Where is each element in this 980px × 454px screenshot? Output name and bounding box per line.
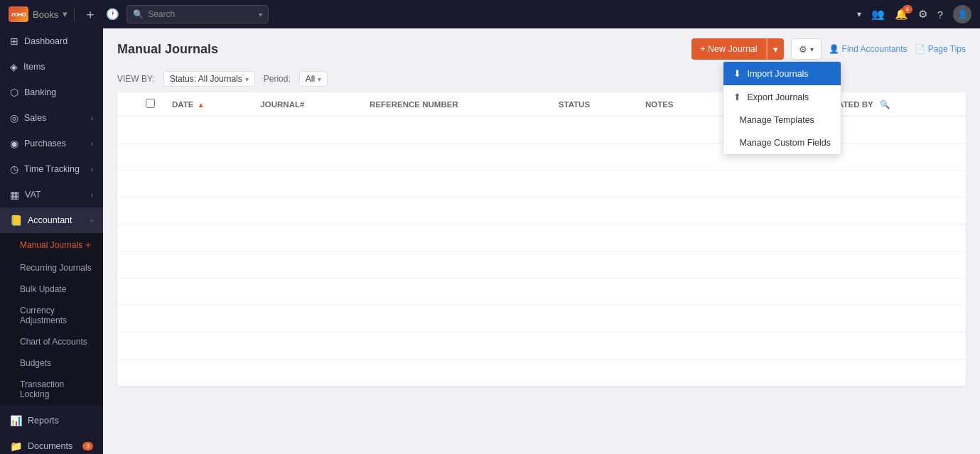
find-accountants-icon: 👤: [829, 44, 839, 54]
manage-custom-fields-label: Manage Custom Fields: [739, 138, 831, 148]
search-icon: 🔍: [133, 9, 144, 19]
new-journal-btn-group: + New Journal ▾: [691, 38, 783, 60]
sidebar-item-time-tracking-label: Time Tracking: [24, 164, 85, 174]
sidebar-sub-item-budgets[interactable]: Budgets: [0, 352, 103, 374]
sidebar-item-sales[interactable]: ◎ Sales ›: [0, 105, 103, 131]
search-box[interactable]: 🔍 ▾: [126, 5, 269, 23]
sidebar-item-vat[interactable]: ▦ VAT ›: [0, 182, 103, 207]
journal-settings-button[interactable]: ⚙ ▾: [791, 38, 822, 60]
app-dropdown-icon[interactable]: ▾: [63, 9, 67, 19]
new-journal-label: + New Journal: [700, 44, 757, 54]
table-row: [117, 252, 966, 279]
avatar[interactable]: 👤: [953, 5, 971, 23]
dropdown-manage-templates[interactable]: Manage Templates: [723, 109, 841, 131]
accountant-arrow-icon: ›: [88, 219, 96, 221]
col-date[interactable]: DATE ▲: [163, 92, 252, 117]
page-title: Manual Journals: [117, 42, 218, 57]
dropdown-export-journals[interactable]: ⬆ Export Journals: [723, 85, 841, 109]
new-journal-button[interactable]: + New Journal: [691, 38, 766, 60]
sidebar-item-reports[interactable]: 📊 Reports: [0, 408, 103, 433]
sidebar-sub-item-recurring-journals[interactable]: Recurring Journals: [0, 257, 103, 279]
notifications-button[interactable]: 🔔 4: [895, 8, 908, 21]
new-journal-main[interactable]: + New Journal: [691, 38, 766, 60]
sidebar-item-purchases[interactable]: ◉ Purchases ›: [0, 131, 103, 156]
app-name: Books: [33, 9, 58, 20]
table-row: [117, 171, 966, 198]
search-dropdown-icon[interactable]: ▾: [259, 11, 262, 18]
history-button[interactable]: 🕐: [106, 8, 119, 21]
import-journals-label: Import Journals: [747, 69, 808, 79]
banking-icon: ⬡: [10, 87, 18, 98]
chart-of-accounts-label: Chart of Accounts: [20, 337, 87, 347]
sidebar-item-banking[interactable]: ⬡ Banking: [0, 80, 103, 105]
col-journal: JOURNAL#: [252, 92, 361, 117]
status-filter-arrow: ▾: [245, 75, 249, 83]
vat-icon: ▦: [10, 189, 19, 200]
sidebar-item-items[interactable]: ◈ Items: [0, 54, 103, 80]
sidebar-item-accountant-label: Accountant: [28, 215, 85, 225]
dropdown-import-journals[interactable]: ⬇ Import Journals: [723, 62, 841, 85]
sidebar-item-accountant[interactable]: 📒 Accountant ›: [0, 207, 103, 233]
search-created-by-icon[interactable]: 🔍: [880, 100, 890, 109]
app-logo[interactable]: ZOHO Books ▾: [9, 6, 67, 22]
page-tips-label: Page Tips: [928, 44, 966, 54]
status-filter-label: Status: All Journals: [170, 74, 242, 84]
period-filter[interactable]: All ▾: [299, 71, 328, 87]
table-wrap: DATE ▲ JOURNAL# REFERENCE NUMBER STATUS …: [103, 92, 980, 454]
sidebar-sub-item-currency-adjustments[interactable]: Currency Adjustments: [0, 300, 103, 331]
find-accountants-button[interactable]: 👤 Find Accountants: [829, 44, 908, 54]
select-all-checkbox[interactable]: [146, 99, 155, 108]
sidebar-item-documents[interactable]: 📁 Documents 3: [0, 433, 103, 454]
users-button[interactable]: 👥: [871, 8, 885, 21]
sidebar-sub-item-transaction-locking[interactable]: Transaction Locking: [0, 374, 103, 405]
export-journals-label: Export Journals: [747, 92, 809, 102]
sidebar-sub-item-manual-journals[interactable]: Manual Journals ＋: [0, 233, 103, 257]
documents-icon: 📁: [10, 441, 22, 452]
table-row: [117, 279, 966, 306]
reports-icon: 📊: [10, 415, 22, 426]
sidebar-sub-item-chart-of-accounts[interactable]: Chart of Accounts: [0, 331, 103, 352]
notification-badge: 4: [903, 5, 912, 13]
search-input[interactable]: [148, 9, 254, 19]
status-filter[interactable]: Status: All Journals ▾: [163, 71, 255, 87]
period-filter-arrow: ▾: [318, 75, 321, 83]
settings-arrow: ▾: [810, 45, 814, 53]
find-accountants-label: Find Accountants: [842, 44, 908, 54]
sidebar-sub-item-bulk-update[interactable]: Bulk Update: [0, 279, 103, 300]
sort-icon: ▲: [198, 101, 205, 109]
manual-journals-label: Manual Journals: [20, 240, 82, 250]
col-checkbox[interactable]: [137, 92, 163, 117]
topbar: ZOHO Books ▾ ＋ 🕐 🔍 ▾ ▾ 👥 🔔 4 ⚙ ? 👤: [0, 0, 980, 28]
add-manual-journal-icon[interactable]: ＋: [83, 239, 93, 252]
help-button[interactable]: ?: [937, 9, 943, 21]
add-button[interactable]: ＋: [82, 6, 99, 23]
new-journal-dropdown-button[interactable]: ▾: [767, 38, 784, 60]
dropdown-manage-custom-fields[interactable]: Manage Custom Fields: [723, 131, 841, 154]
period-filter-value: All: [306, 74, 315, 84]
documents-badge: 3: [82, 442, 93, 450]
sidebar-item-dashboard[interactable]: ⊞ Dashboard: [0, 28, 103, 54]
page-tips-button[interactable]: 📄 Page Tips: [915, 44, 966, 54]
dashboard-icon: ⊞: [10, 36, 18, 47]
table-row: [117, 360, 966, 387]
sidebar: ⊞ Dashboard ◈ Items ⬡ Banking ◎ Sales › …: [0, 28, 103, 454]
sidebar-item-dashboard-label: Dashboard: [24, 36, 93, 46]
vat-arrow-icon: ›: [91, 191, 93, 199]
table-row: [117, 198, 966, 225]
settings-button[interactable]: ⚙: [918, 8, 927, 21]
new-journal-arrow[interactable]: ▾: [768, 38, 784, 60]
sidebar-item-sales-label: Sales: [24, 113, 85, 123]
accountant-icon: 📒: [10, 215, 22, 226]
journal-dropdown-menu: ⬇ Import Journals ⬆ Export Journals Mana…: [723, 61, 841, 155]
upgrade-link[interactable]: ▾: [857, 9, 861, 19]
sidebar-item-time-tracking[interactable]: ◷ Time Tracking ›: [0, 156, 103, 182]
table-body: [117, 117, 966, 387]
table-row: [117, 333, 966, 360]
time-tracking-arrow-icon: ›: [91, 166, 93, 173]
import-icon: ⬇: [733, 68, 741, 79]
filter-bar: VIEW BY: Status: All Journals ▾ Period: …: [103, 67, 980, 92]
view-by-label: VIEW BY:: [117, 74, 155, 84]
topbar-divider: [74, 7, 75, 21]
sidebar-item-banking-label: Banking: [24, 87, 93, 97]
sales-arrow-icon: ›: [91, 114, 93, 122]
